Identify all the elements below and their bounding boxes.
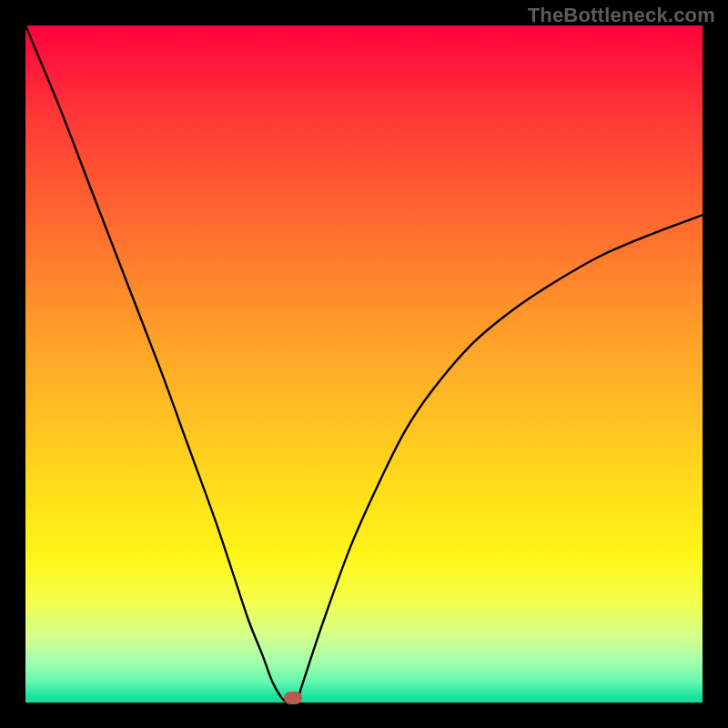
bottleneck-curve [25, 25, 703, 703]
watermark-label: TheBottleneck.com [528, 4, 715, 27]
chart-frame: TheBottleneck.com [0, 0, 728, 728]
plot-area [25, 25, 703, 703]
minimum-marker-icon [284, 692, 302, 704]
